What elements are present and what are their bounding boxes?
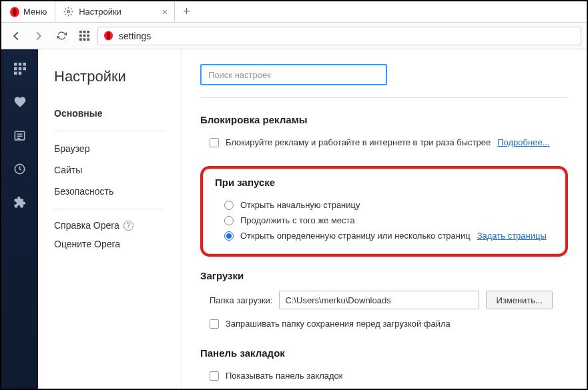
svg-rect-21 (18, 72, 21, 75)
show-bookmarks-checkbox-row[interactable]: Показывать панель закладок (200, 368, 568, 383)
svg-rect-8 (87, 35, 89, 37)
ask-folder-label: Запрашивать папку сохранения перед загру… (226, 319, 451, 329)
nav-help-link[interactable]: Справка Opera ? (54, 216, 165, 235)
svg-rect-17 (14, 67, 17, 71)
nav-item-websites[interactable]: Сайты (54, 159, 165, 181)
address-bar[interactable]: settings (97, 27, 581, 45)
section-bookmarks-bar: Панель закладок Показывать панель заклад… (200, 347, 568, 383)
tab-title: Настройки (79, 7, 121, 17)
settings-main: Поиск настроек Блокировка рекламы Блокир… (182, 49, 587, 389)
settings-sidebar: Настройки Основные Браузер Сайты Безопас… (38, 49, 182, 389)
startup-option-specific[interactable]: Открыть определенную страницу или нескол… (215, 228, 553, 243)
adblock-learn-more-link[interactable]: Подробнее... (497, 137, 549, 147)
speed-dial-icon[interactable] (13, 61, 27, 76)
svg-point-2 (67, 11, 70, 13)
nav-rate-label: Оцените Opera (54, 239, 120, 249)
section-downloads: Загрузки Папка загрузки: C:\Users\merku\… (200, 270, 568, 331)
download-folder-label: Папка загрузки: (210, 295, 272, 305)
svg-rect-9 (79, 38, 82, 41)
svg-rect-4 (83, 31, 85, 33)
show-bookmarks-label: Показывать панель закладок (226, 371, 343, 381)
reload-button[interactable] (52, 27, 71, 45)
tab-close-icon[interactable]: × (162, 6, 168, 17)
forward-button[interactable] (29, 27, 48, 45)
radio-icon[interactable] (224, 216, 234, 225)
settings-search-input[interactable]: Поиск настроек (200, 64, 387, 85)
settings-title: Настройки (54, 68, 165, 85)
history-icon[interactable] (13, 161, 27, 176)
gear-icon (63, 7, 73, 17)
new-tab-button[interactable]: + (175, 5, 198, 19)
download-folder-input[interactable]: C:\Users\merku\Downloads (279, 291, 479, 309)
radio-icon[interactable] (224, 201, 234, 210)
nav-rate-link[interactable]: Оцените Opera (54, 235, 165, 253)
nav-help-label: Справка Opera (54, 220, 119, 231)
svg-rect-18 (18, 67, 21, 71)
left-rail (1, 49, 38, 389)
svg-point-1 (13, 8, 17, 16)
svg-rect-3 (79, 31, 82, 33)
bookmarks-bar-title: Панель закладок (200, 347, 568, 359)
set-pages-link[interactable]: Задать страницы (477, 231, 547, 241)
startup-option-continue[interactable]: Продолжить с того же места (215, 213, 553, 228)
svg-rect-15 (18, 63, 21, 66)
svg-rect-16 (23, 63, 26, 66)
svg-rect-20 (14, 72, 17, 75)
svg-rect-10 (83, 38, 85, 41)
menu-button[interactable]: Меню (1, 1, 55, 22)
nav-item-browser[interactable]: Браузер (54, 138, 165, 159)
startup-opt2-label: Продолжить с того же места (240, 215, 355, 225)
change-btn-label: Изменить... (496, 295, 542, 305)
divider (200, 97, 568, 98)
section-adblock: Блокировка рекламы Блокируйте рекламу и … (200, 114, 568, 150)
section-startup-highlight: При запуске Открыть начальную страницу П… (200, 166, 568, 257)
startup-title: При запуске (215, 177, 553, 188)
content-area: Настройки Основные Браузер Сайты Безопас… (1, 49, 587, 389)
downloads-title: Загрузки (200, 270, 568, 281)
adblock-label: Блокируйте рекламу и работайте в интерне… (226, 137, 491, 147)
opera-logo-icon (9, 7, 20, 17)
ask-folder-checkbox-row[interactable]: Запрашивать папку сохранения перед загру… (200, 316, 568, 331)
speed-dial-button[interactable] (75, 27, 93, 45)
checkbox-icon[interactable] (210, 138, 219, 147)
nav-item-basic[interactable]: Основные (54, 103, 165, 124)
back-button[interactable] (7, 27, 25, 45)
search-placeholder: Поиск настроек (208, 70, 271, 80)
menu-label: Меню (23, 7, 47, 17)
nav-separator (54, 209, 165, 209)
svg-rect-11 (87, 38, 89, 41)
browser-window: Меню Настройки × + settings Нас (1, 1, 587, 389)
nav-separator (54, 131, 165, 131)
svg-rect-14 (14, 63, 17, 66)
change-folder-button[interactable]: Изменить... (486, 291, 552, 309)
startup-option-startpage[interactable]: Открыть начальную страницу (215, 197, 553, 213)
help-icon: ? (123, 221, 133, 231)
radio-icon-checked[interactable] (224, 231, 234, 241)
svg-rect-5 (87, 31, 89, 33)
extensions-icon[interactable] (13, 195, 27, 209)
address-text: settings (119, 31, 151, 41)
download-folder-value: C:\Users\merku\Downloads (285, 295, 390, 305)
checkbox-icon[interactable] (210, 319, 219, 329)
bookmarks-icon[interactable] (13, 95, 27, 109)
tab-settings[interactable]: Настройки × (55, 1, 175, 22)
svg-rect-6 (79, 35, 82, 37)
adblock-checkbox-row[interactable]: Блокируйте рекламу и работайте в интерне… (200, 135, 568, 150)
nav-item-privacy[interactable]: Безопасность (54, 181, 165, 202)
svg-rect-7 (83, 35, 85, 37)
svg-rect-19 (23, 67, 26, 71)
news-icon[interactable] (13, 128, 27, 143)
titlebar: Меню Настройки × + (1, 1, 587, 23)
opera-url-icon (103, 31, 113, 41)
startup-opt1-label: Открыть начальную страницу (240, 200, 360, 210)
nav-toolbar: settings (1, 23, 587, 49)
checkbox-icon[interactable] (210, 371, 219, 381)
startup-opt3-label: Открыть определенную страницу или нескол… (240, 231, 471, 241)
adblock-title: Блокировка рекламы (200, 114, 568, 125)
svg-point-13 (107, 32, 111, 39)
